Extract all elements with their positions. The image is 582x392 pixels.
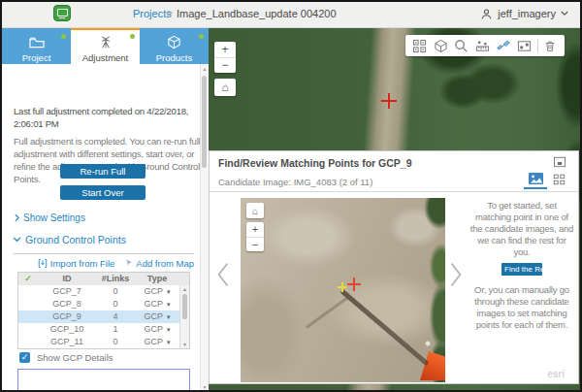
panel-scrollbar[interactable]: ▲ ▼ — [200, 64, 209, 392]
adjustment-icon — [97, 35, 114, 49]
chevron-down-icon — [561, 11, 568, 16]
dropdown-arrow-icon[interactable]: ▾ — [167, 301, 171, 308]
tab-label: Project — [22, 52, 51, 63]
measure-icon[interactable] — [474, 37, 492, 54]
dropdown-arrow-icon[interactable]: ▾ — [167, 326, 171, 333]
scroll-up-icon[interactable]: ▲ — [180, 286, 189, 292]
previous-candidate-button[interactable] — [214, 258, 232, 291]
scroll-down-icon[interactable]: ▼ — [201, 384, 209, 390]
zoom-out-button[interactable]: − — [214, 57, 236, 74]
import-icon — [38, 258, 48, 269]
tab-label: Products — [156, 52, 193, 63]
cursor-icon — [124, 258, 133, 269]
scrollbar-thumb[interactable] — [202, 76, 207, 168]
matching-links-icon[interactable] — [495, 37, 512, 54]
gcp-table: ✓ ID #Links Type GCP_7 0 GCP▾ GCP_8 0 GC… — [17, 272, 190, 349]
dropdown-arrow-icon[interactable]: ▾ — [167, 313, 171, 320]
image-zoom-control: + − — [246, 222, 264, 251]
image-compare-icon[interactable] — [516, 37, 534, 54]
rerun-full-button[interactable]: Re-run Full — [60, 164, 146, 179]
gcp-section-title: Ground Control Points — [25, 234, 126, 245]
breadcrumb-separator: > — [167, 8, 173, 18]
faint-shadow — [306, 295, 350, 329]
chevron-right-icon — [15, 213, 19, 222]
tab-products[interactable]: Products — [140, 27, 209, 64]
header-bar: Projects > Image_Landbase_update 004200 … — [0, 0, 582, 28]
basemap-icon[interactable] — [432, 37, 449, 54]
show-gcp-details-row: ✓ Show GCP Details — [19, 352, 113, 363]
chevron-down-icon — [13, 237, 21, 243]
zoom-in-button[interactable]: + — [214, 42, 236, 57]
panel-title: Find/Review Matching Points for GCP_9 — [218, 157, 412, 169]
zoom-in-button[interactable]: + — [246, 222, 264, 237]
folder-icon — [28, 35, 46, 49]
pole-shadow — [340, 289, 429, 367]
home-extent-button[interactable]: ⌂ — [214, 79, 236, 96]
find-the-rest-button[interactable]: Find the Rest — [501, 263, 542, 276]
status-dot — [61, 34, 66, 39]
table-row[interactable]: GCP_10 1 GCP▾ — [18, 323, 189, 336]
dropdown-arrow-icon[interactable]: ▾ — [167, 339, 171, 345]
panel-divider — [210, 191, 578, 192]
tab-project[interactable]: Project — [2, 27, 71, 64]
app-window: Projects > Image_Landbase_update 004200 … — [0, 0, 582, 392]
show-settings-label: Show Settings — [23, 212, 85, 223]
check-icon: ✓ — [18, 273, 38, 285]
user-name: jeff_imagery — [498, 8, 556, 19]
status-dot — [199, 34, 204, 39]
gcp-table-header: ✓ ID #Links Type — [18, 273, 189, 285]
view-toggle — [524, 170, 570, 189]
gcp-location-red-cross[interactable] — [347, 278, 361, 291]
instructions-secondary: Or, you can manually go through these ca… — [469, 284, 574, 331]
table-row[interactable]: GCP_8 0 GCP▾ — [18, 298, 189, 310]
gcp-section-toggle[interactable]: Ground Control Points — [13, 234, 126, 245]
gcp-marker-red-cross[interactable] — [381, 93, 397, 109]
gcp-actions: Import from File Add from Map — [27, 258, 194, 269]
cube-icon — [166, 35, 182, 49]
table-row-selected[interactable]: GCP_9 4 GCP▾ — [18, 310, 189, 323]
show-gcp-details-label: Show GCP Details — [37, 352, 113, 363]
breadcrumb-project-name: Image_Landbase_update 004200 — [177, 8, 337, 19]
scrollbar-thumb[interactable] — [182, 294, 187, 319]
search-icon[interactable] — [453, 37, 470, 54]
instructions-primary: To get started, set matching point in on… — [470, 200, 573, 257]
show-settings-toggle[interactable]: Show Settings — [15, 212, 85, 223]
scroll-up-icon[interactable]: ▲ — [201, 66, 209, 72]
table-scrollbar[interactable]: ▲ ▼ — [179, 285, 189, 348]
esri-watermark: esri — [547, 369, 565, 379]
panel-tabs: Project Adjustment Products — [2, 27, 209, 64]
tab-adjustment[interactable]: Adjustment — [71, 27, 140, 64]
matching-point-yellow-cross[interactable] — [338, 282, 347, 292]
dropdown-arrow-icon[interactable]: ▾ — [167, 288, 171, 295]
instructions-column: To get started, set matching point in on… — [469, 200, 574, 331]
breadcrumb-projects-link[interactable]: Projects — [133, 8, 172, 19]
matching-points-panel: Find/Review Matching Points for GCP_9 Ca… — [209, 150, 579, 384]
tab-label: Adjustment — [82, 52, 129, 63]
grid-view-icon[interactable] — [547, 170, 570, 189]
gcp-photo-placeholder: Photo not available — [17, 369, 190, 392]
popout-icon[interactable] — [553, 156, 566, 168]
image-view-icon[interactable] — [524, 170, 547, 189]
app-logo-icon[interactable] — [53, 5, 71, 21]
start-over-button[interactable]: Start Over — [60, 185, 146, 200]
table-row[interactable]: GCP_11 0 GCP▾ — [18, 336, 189, 348]
delete-icon[interactable] — [541, 37, 559, 54]
person-icon — [480, 8, 493, 20]
image-home-button[interactable]: ⌂ — [246, 203, 264, 218]
user-menu[interactable]: jeff_imagery — [480, 0, 568, 27]
section-divider — [14, 253, 194, 254]
map-toolbar — [405, 35, 565, 56]
toolbar-divider — [537, 39, 538, 52]
add-from-map-link[interactable]: Add from Map — [124, 258, 194, 269]
status-dot — [130, 34, 135, 39]
scroll-down-icon[interactable]: ▼ — [180, 342, 189, 347]
table-row[interactable]: GCP_7 0 GCP▾ — [18, 285, 189, 298]
map-zoom-control: + − — [214, 42, 236, 73]
candidate-image-label: Candidate Image: IMG_4083 (2 of 11) — [218, 177, 372, 187]
zoom-out-button[interactable]: − — [246, 237, 264, 252]
thumbnails-icon[interactable] — [411, 37, 429, 54]
next-candidate-button[interactable] — [447, 258, 465, 291]
import-from-file-link[interactable]: Import from File — [38, 258, 115, 269]
show-gcp-details-checkbox[interactable]: ✓ — [19, 352, 30, 363]
candidate-image-viewer[interactable]: ⌂ + − — [241, 198, 445, 382]
